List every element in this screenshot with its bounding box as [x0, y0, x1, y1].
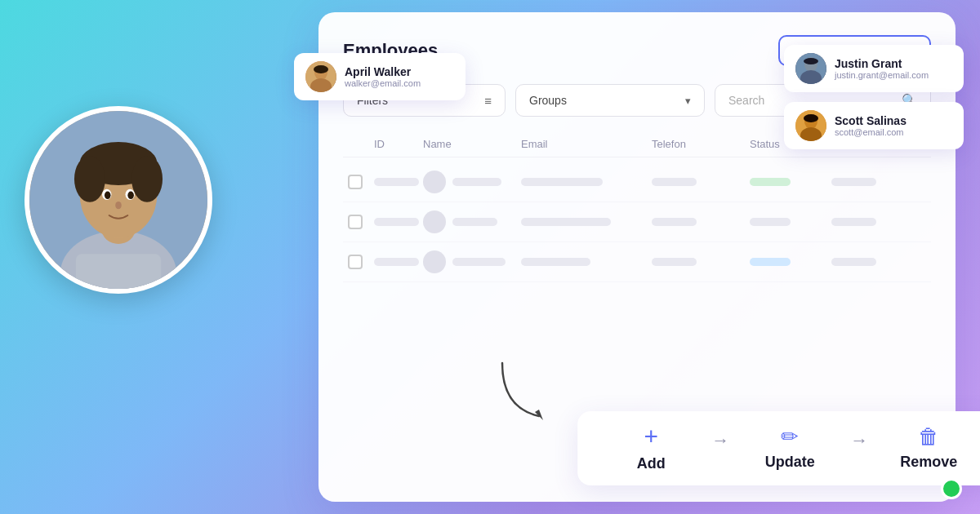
svg-point-9 [105, 192, 111, 199]
add-label: Add [637, 455, 666, 472]
email-bar [521, 218, 611, 226]
id-bar [374, 258, 419, 266]
search-placeholder: Search [728, 94, 764, 107]
online-status-dot [941, 478, 962, 499]
emp-info-april: April Walker walker@email.com [345, 65, 421, 88]
col-email: Email [521, 138, 652, 150]
emp-info-justin: Justin Grant justin.grant@email.com [835, 57, 929, 80]
col-telefon: Telefon [652, 138, 750, 150]
col-id: ID [374, 138, 423, 150]
employees-panel: Employees Add a new employee + Filters ≡… [318, 12, 956, 502]
svg-marker-25 [535, 410, 543, 420]
arrow-separator-2: → [850, 430, 868, 451]
emp-name-april: April Walker [345, 65, 421, 78]
emp-avatar-1 [305, 61, 336, 92]
telefon-bar [652, 178, 697, 186]
emp-info-scott: Scott Salinas scott@email.com [835, 114, 906, 137]
col-name: Name [423, 138, 521, 150]
arrow-separator-1: → [711, 430, 729, 451]
svg-point-16 [314, 65, 328, 73]
status-bar [750, 178, 791, 186]
svg-point-10 [127, 192, 134, 199]
chevron-down-icon: ▾ [685, 95, 691, 107]
svg-rect-12 [76, 254, 161, 289]
svg-point-20 [804, 58, 818, 64]
table-row[interactable] [343, 242, 931, 282]
added-bar [831, 178, 876, 186]
name-bar [452, 178, 501, 186]
svg-point-11 [115, 202, 122, 209]
filter-icon: ≡ [484, 94, 492, 108]
employee-card-justin[interactable]: Justin Grant justin.grant@email.com [784, 45, 964, 92]
employee-card-scott[interactable]: Scott Salinas scott@email.com [784, 102, 964, 149]
status-bar [750, 258, 791, 266]
name-avatar [423, 250, 446, 273]
telefon-bar [652, 218, 697, 226]
employee-card-april[interactable]: April Walker walker@email.com [294, 53, 466, 100]
table-row[interactable] [343, 202, 931, 242]
emp-email-justin: justin.grant@email.com [835, 70, 929, 80]
add-action[interactable]: + Add [597, 424, 705, 472]
name-bar [452, 258, 506, 266]
name-bar [452, 218, 497, 226]
name-avatar [423, 171, 446, 193]
add-icon: + [644, 424, 658, 449]
update-action[interactable]: ✏ Update [736, 426, 844, 471]
table-row[interactable] [343, 162, 931, 202]
row-checkbox[interactable] [348, 255, 363, 269]
name-avatar [423, 210, 446, 233]
checkbox-col [348, 138, 374, 150]
user-avatar [24, 106, 212, 294]
employee-table: ID Name Email Telefon Status Added [343, 131, 931, 282]
id-bar [374, 178, 419, 186]
curved-arrow [494, 359, 576, 424]
svg-point-24 [804, 114, 818, 122]
status-bar [750, 218, 791, 226]
emp-name-scott: Scott Salinas [835, 114, 906, 127]
remove-label: Remove [900, 454, 957, 471]
telefon-bar [652, 258, 697, 266]
update-label: Update [765, 454, 815, 471]
actions-panel: + Add → ✏ Update → 🗑 Remove [577, 411, 980, 485]
email-bar [521, 258, 590, 266]
groups-dropdown[interactable]: Groups ▾ [515, 84, 705, 117]
added-bar [831, 218, 876, 226]
edit-icon: ✏ [781, 426, 799, 447]
added-bar [831, 258, 876, 266]
emp-name-justin: Justin Grant [835, 57, 929, 70]
trash-icon: 🗑 [918, 426, 939, 447]
groups-label: Groups [529, 94, 567, 107]
svg-point-6 [131, 156, 163, 202]
email-bar [521, 178, 603, 186]
emp-avatar-2 [795, 53, 826, 84]
row-checkbox[interactable] [348, 175, 363, 189]
emp-email-scott: scott@email.com [835, 127, 906, 137]
svg-point-5 [74, 156, 105, 202]
row-checkbox[interactable] [348, 215, 363, 229]
emp-email-april: walker@email.com [345, 78, 421, 88]
id-bar [374, 218, 419, 226]
emp-avatar-3 [795, 110, 826, 141]
remove-action[interactable]: 🗑 Remove [875, 426, 980, 471]
